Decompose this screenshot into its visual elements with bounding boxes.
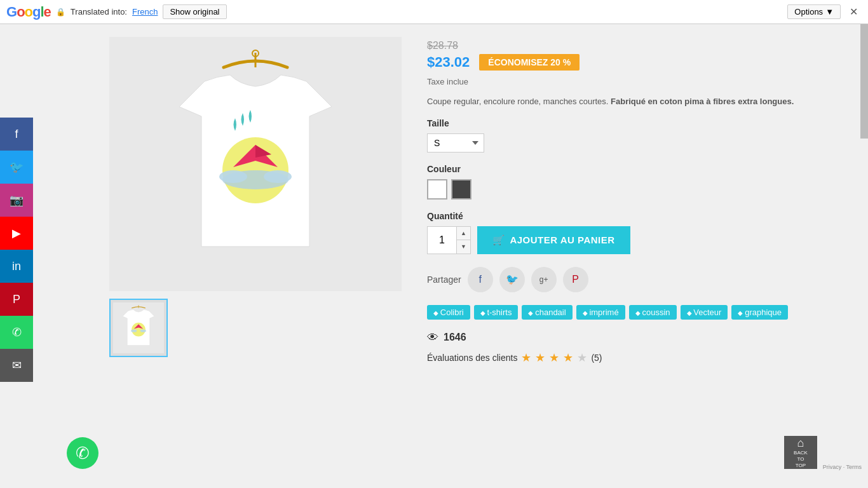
tag-coussin[interactable]: coussin [629,305,677,320]
lock-icon: 🔒 [56,8,65,17]
tags-section: Colibri t-shirts chandail imprimé coussi… [427,305,849,320]
recaptcha-text: Privacy · Terms [823,464,862,470]
sidebar-item-linkedin[interactable]: in [0,250,33,283]
quantity-label: Quantité [427,211,849,221]
scrollbar-thumb[interactable] [860,24,868,139]
sidebar-item-facebook[interactable]: f [0,118,33,151]
color-label: Couleur [427,164,849,174]
thumbnail-1[interactable] [109,299,168,357]
svg-point-7 [264,170,292,183]
sidebar-item-twitter[interactable]: 🐦 [0,151,33,184]
discount-badge: ÉCONOMISEZ 20 % [479,54,580,71]
google-logo: Google [6,4,51,20]
close-translate-bar-button[interactable]: ✕ [846,4,862,19]
back-to-top-label: BACKTOTOP [794,450,808,468]
product-description: Coupe regular, encolure ronde, manches c… [427,95,849,108]
current-price: $23.02 [427,54,470,71]
star-1: ★ [521,351,531,365]
size-selector: Taille S M L XL XXL [427,118,849,152]
quantity-arrows: ▲ ▼ [456,227,470,254]
sidebar-item-youtube[interactable]: ▶ [0,217,33,250]
quantity-down-button[interactable]: ▼ [457,240,470,254]
product-details: $28.78 $23.02 ÉCONOMISEZ 20 % Taxe inclu… [427,37,849,475]
language-link[interactable]: French [132,7,158,17]
ratings-row: Évaluations des clients ★ ★ ★ ★ ★ (5) [427,351,849,365]
recaptcha-area: Privacy · Terms [823,464,862,470]
sidebar-item-email[interactable]: ✉ [0,349,33,382]
sidebar-item-whatsapp[interactable]: ✆ [0,316,33,349]
color-swatch-white[interactable] [427,179,447,200]
translated-into-text: Translated into: [71,7,127,17]
star-2: ★ [535,351,545,365]
tax-info: Taxe inclue [427,77,849,86]
page-wrapper: $28.78 $23.02 ÉCONOMISEZ 20 % Taxe inclu… [0,24,868,488]
svg-point-6 [219,170,247,183]
cart-icon: 🛒 [492,234,505,246]
page-scrollbar[interactable] [860,24,868,488]
quantity-row: ▲ ▼ 🛒 AJOUTER AU PANIER [427,226,849,254]
tag-vecteur[interactable]: Vecteur [681,305,728,320]
stats-row: 👁 1646 [427,331,849,344]
quantity-container: ▲ ▼ [427,226,471,254]
star-3: ★ [549,351,559,365]
quantity-input[interactable] [428,227,456,254]
size-label: Taille [427,118,849,128]
content-area: $28.78 $23.02 ÉCONOMISEZ 20 % Taxe inclu… [33,24,868,488]
ratings-count: (5) [591,353,602,363]
options-button[interactable]: Options ▼ [787,4,841,19]
color-selector: Couleur [427,164,849,200]
tag-tshirts[interactable]: t-shirts [474,305,519,320]
view-icon: 👁 [427,331,438,344]
whatsapp-float-button[interactable]: ✆ [67,437,98,469]
tag-imprime[interactable]: imprimé [576,305,625,320]
original-price: $28.78 [427,40,849,51]
size-select[interactable]: S M L XL XXL [427,133,484,152]
share-pinterest-button[interactable]: P [563,267,588,292]
color-options [427,179,849,200]
social-sidebar: f 🐦 📷 ▶ in P ✆ ✉ [0,118,33,382]
share-label: Partager [427,274,461,285]
share-googleplus-button[interactable]: g+ [531,267,557,292]
main-image-container [109,37,402,291]
show-original-button[interactable]: Show original [163,4,226,19]
svg-point-10 [131,329,137,332]
thumbnail-row [109,299,402,357]
product-images [109,37,402,475]
share-section: Partager f 🐦 g+ P [427,267,849,292]
ratings-label: Évaluations des clients [427,353,517,363]
share-facebook-button[interactable]: f [468,267,493,292]
star-5: ★ [577,351,587,365]
sidebar-item-instagram[interactable]: 📷 [0,184,33,217]
tag-chandail[interactable]: chandail [522,305,572,320]
star-4: ★ [563,351,573,365]
tag-colibri[interactable]: Colibri [427,305,470,320]
add-to-cart-button[interactable]: 🛒 AJOUTER AU PANIER [477,226,630,254]
back-to-top-icon: ⌂ [797,437,804,451]
price-row: $23.02 ÉCONOMISEZ 20 % [427,54,849,71]
view-count: 1646 [444,332,466,343]
svg-point-11 [140,329,146,332]
share-twitter-button[interactable]: 🐦 [499,267,525,292]
translate-bar: Google 🔒 Translated into: French Show or… [0,0,868,24]
back-to-top-button[interactable]: ⌂ BACKTOTOP [784,436,817,469]
sidebar-item-pinterest[interactable]: P [0,283,33,316]
color-swatch-dark[interactable] [451,179,471,200]
quantity-up-button[interactable]: ▲ [457,227,470,241]
product-main-image [166,50,344,278]
tag-graphique[interactable]: graphique [731,305,788,320]
whatsapp-icon: ✆ [76,444,90,463]
